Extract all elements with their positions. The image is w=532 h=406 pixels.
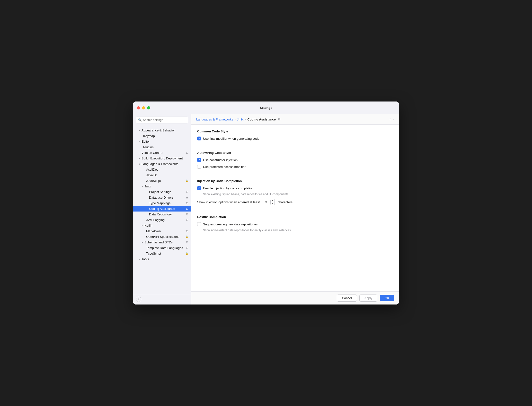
sidebar-item-asciidoc[interactable]: AsciiDoc	[133, 167, 191, 172]
repo-icon-coding-assistance: ⊟	[186, 207, 188, 210]
spinner-up-button[interactable]: ▲	[271, 199, 275, 202]
repo-icon-data-repository: ⊟	[186, 213, 188, 216]
sidebar-item-typescript[interactable]: TypeScript🔒	[133, 251, 191, 256]
sidebar-item-jmix[interactable]: ▾Jmix	[133, 184, 191, 189]
checkbox-constructor-injection[interactable]	[197, 158, 201, 162]
section-injection: Injection by Code Completion Enable inje…	[197, 179, 393, 205]
sidebar-item-coding-assistance[interactable]: Coding Assistance⊟	[133, 206, 191, 212]
repo-icon-markdown: ⊟	[186, 230, 188, 233]
repo-icon-version-control: ⊟	[186, 151, 188, 154]
hint-postfix: Show non-existent data repositories for …	[203, 229, 393, 232]
nav-forward-button[interactable]: ›	[393, 117, 394, 121]
sidebar-item-javafx[interactable]: JavaFX	[133, 172, 191, 178]
breadcrumb-bar: Languages & Frameworks › Jmix › Coding A…	[191, 114, 399, 125]
sidebar-item-database-drivers[interactable]: Database Drivers⊟	[133, 195, 191, 200]
minimize-button[interactable]	[142, 106, 145, 109]
lock-icon-typescript: 🔒	[185, 252, 188, 255]
checkbox-row-suggest-creating: Suggest creating new data repositories	[197, 222, 393, 227]
window-title: Settings	[260, 106, 272, 110]
sidebar-label-database-drivers: Database Drivers	[149, 196, 185, 199]
sidebar-label-jvm-logging: JVM Logging	[146, 218, 185, 222]
checkbox-enable-injection[interactable]	[197, 186, 201, 190]
label-final-modifier: Use final modifier when generating code	[203, 137, 259, 140]
sidebar-item-languages[interactable]: ▾Languages & Frameworks	[133, 161, 191, 167]
sidebar-label-keymap: Keymap	[143, 134, 188, 138]
apply-button[interactable]: Apply	[359, 295, 378, 302]
cancel-button[interactable]: Cancel	[337, 295, 357, 302]
nav-back-button[interactable]: ‹	[390, 117, 391, 121]
sidebar-item-openapi[interactable]: OpenAPI Specifications🔒	[133, 234, 191, 240]
section-postfix: Postfix Completion Suggest creating new …	[197, 215, 393, 232]
sidebar-label-jmix: Jmix	[144, 185, 188, 188]
chevron-icon-kotlin: ▸	[142, 224, 143, 227]
repo-icon-jvm-logging: ⊟	[186, 218, 188, 221]
breadcrumb-sep-1: ›	[235, 118, 236, 121]
breadcrumb-languages[interactable]: Languages & Frameworks	[196, 118, 233, 121]
help-button[interactable]: ?	[136, 297, 141, 302]
sidebar-label-template-data: Template Data Languages	[146, 246, 185, 250]
sidebar-item-project-settings[interactable]: Project Settings⊟	[133, 189, 191, 195]
sidebar-item-editor[interactable]: ▸Editor	[133, 139, 191, 144]
sidebar-item-plugins[interactable]: Plugins	[133, 144, 191, 150]
close-button[interactable]	[137, 106, 140, 109]
settings-window: Settings 🔍 ▸Appearance & BehaviorKeymap▸…	[133, 102, 399, 304]
bottom-bar: Cancel Apply OK	[191, 291, 399, 304]
sidebar-label-type-mappings: Type Mappings	[149, 201, 185, 205]
sidebar-label-tools: Tools	[142, 257, 188, 261]
breadcrumb-menu-icon[interactable]: ⊟	[278, 118, 281, 121]
ok-button[interactable]: OK	[380, 295, 394, 301]
maximize-button[interactable]	[147, 106, 150, 109]
section-title-common: Common Code Style	[197, 129, 393, 133]
chevron-icon-editor: ▸	[139, 140, 140, 143]
repo-icon-database-drivers: ⊟	[186, 196, 188, 199]
window-controls	[137, 106, 150, 109]
chevron-icon-appearance: ▸	[139, 129, 140, 132]
sidebar-item-javascript[interactable]: JavaScript🔒	[133, 178, 191, 184]
sidebar-footer: ?	[133, 294, 191, 304]
breadcrumb-jmix[interactable]: Jmix	[237, 118, 244, 121]
sidebar-label-build: Build, Execution, Deployment	[142, 157, 188, 160]
search-input[interactable]	[143, 118, 186, 122]
checkbox-protected-access[interactable]	[197, 165, 201, 169]
lock-icon-javascript: 🔒	[185, 179, 188, 182]
chevron-icon-version-control: ▸	[139, 151, 140, 154]
sidebar-item-appearance[interactable]: ▸Appearance & Behavior	[133, 128, 191, 133]
hint-injection: Show existing Spring beans, data reposit…	[203, 193, 393, 196]
checkbox-row-enable-injection: Enable injection by code completion	[197, 186, 393, 191]
search-box[interactable]: 🔍	[136, 117, 188, 123]
lock-icon-openapi: 🔒	[185, 235, 188, 238]
label-protected-access: Use protected access modifier	[203, 165, 246, 169]
checkbox-suggest-creating[interactable]	[197, 222, 201, 226]
divider-2	[197, 175, 393, 175]
sidebar-item-tools[interactable]: ▸Tools	[133, 256, 191, 262]
spinner-control[interactable]: 3 ▲ ▼	[262, 199, 275, 205]
divider-1	[197, 147, 393, 147]
sidebar-label-version-control: Version Control	[142, 151, 185, 155]
sidebar-item-template-data[interactable]: Template Data Languages⊟	[133, 245, 191, 251]
sidebar-label-javafx: JavaFX	[146, 173, 188, 177]
checkbox-row-final-modifier: Use final modifier when generating code	[197, 136, 393, 141]
spinner-label: Show injection options when entered at l…	[197, 200, 260, 204]
sidebar-item-type-mappings[interactable]: Type Mappings⊟	[133, 200, 191, 206]
sidebar-item-markdown[interactable]: Markdown⊟	[133, 228, 191, 234]
sidebar-label-editor: Editor	[142, 140, 188, 143]
sidebar-item-jvm-logging[interactable]: JVM Logging⊟	[133, 217, 191, 223]
section-title-autowiring: Autowiring Code Style	[197, 151, 393, 155]
sidebar-item-kotlin[interactable]: ▸Kotlin	[133, 223, 191, 228]
sidebar-item-data-repository[interactable]: Data Repository⊟	[133, 212, 191, 217]
sidebar-label-plugins: Plugins	[143, 145, 188, 149]
sidebar-item-keymap[interactable]: Keymap	[133, 133, 191, 139]
sidebar-item-schemas[interactable]: ▸Schemas and DTDs⊟	[133, 240, 191, 245]
spinner-value: 3	[262, 200, 271, 204]
label-enable-injection: Enable injection by code completion	[203, 186, 253, 190]
repo-icon-project-settings: ⊟	[186, 190, 188, 194]
breadcrumb-current: Coding Assistance	[247, 118, 276, 121]
sidebar-item-version-control[interactable]: ▸Version Control⊟	[133, 150, 191, 156]
sidebar-item-build[interactable]: ▸Build, Execution, Deployment	[133, 156, 191, 161]
checkbox-final-modifier[interactable]	[197, 137, 201, 140]
checkbox-row-constructor-injection: Use constructor injection	[197, 157, 393, 162]
sidebar-label-languages: Languages & Frameworks	[142, 162, 188, 166]
spinner-down-button[interactable]: ▼	[271, 202, 275, 205]
sidebar-label-project-settings: Project Settings	[149, 190, 185, 194]
label-suggest-creating: Suggest creating new data repositories	[203, 222, 258, 226]
